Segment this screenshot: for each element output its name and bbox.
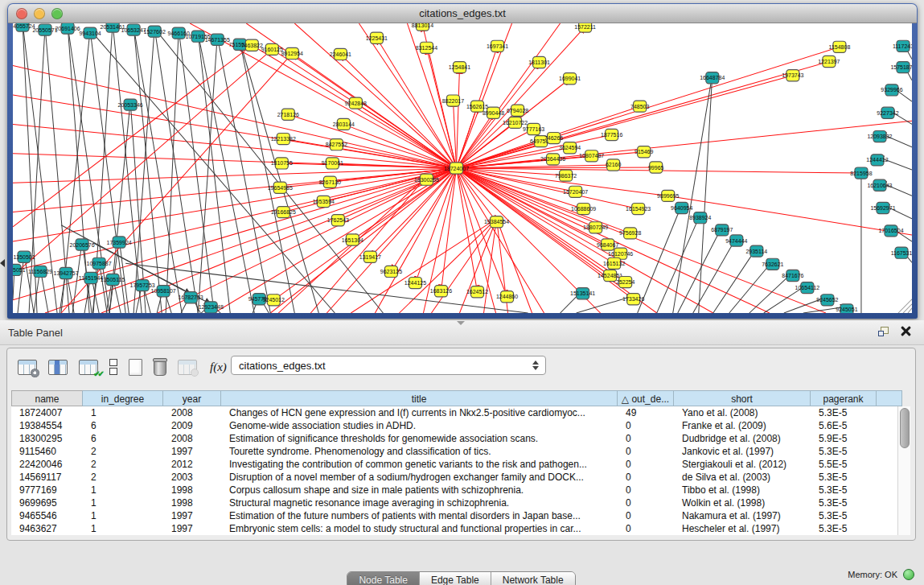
network-graph[interactable]: 1405572420550571206914069943104205314611… [13,23,912,313]
graph-edge[interactable] [713,248,757,313]
table-row[interactable]: 969969511998Structural magnetic resonanc… [11,496,902,509]
graph-edge[interactable] [431,219,496,313]
table-cell[interactable]: 9699695 [11,496,83,509]
graph-edge[interactable] [441,168,456,291]
table-cell[interactable]: Nakamura et al. (1997) [674,509,811,522]
import-table-icon[interactable] [178,360,197,375]
table-cell[interactable]: 9463627 [11,522,83,535]
table-cell[interactable]: 0 [618,419,674,432]
table-cell[interactable]: 5.9E-5 [811,432,877,445]
table-cell[interactable]: Embryonic stem cells: a model to study s… [221,522,618,535]
graph-edge[interactable] [13,49,272,275]
table-cell[interactable]: 5.3E-5 [811,522,877,535]
hide-panel-arrow-icon[interactable] [0,259,5,267]
table-cell[interactable]: 2008 [163,432,221,445]
table-cell[interactable]: 1997 [163,522,221,535]
column-header-title[interactable]: title [221,390,618,406]
graph-edge[interactable] [125,263,528,313]
function-builder-icon[interactable]: f(x) [210,360,227,374]
table-cell[interactable]: 2 [83,458,163,471]
new-document-icon[interactable] [129,359,142,376]
table-cell[interactable]: 0 [618,445,674,458]
graph-edge[interactable] [90,30,125,313]
table-row[interactable]: 1830029562008Estimation of significance … [11,432,902,445]
table-cell[interactable]: 9465546 [11,509,83,522]
graph-edge[interactable] [154,28,198,313]
table-row[interactable]: 1456911722003Disruption of a novel membe… [11,471,902,484]
table-cell[interactable]: 5.3E-5 [811,445,877,458]
table-cell[interactable]: 1997 [163,509,221,522]
graph-edge[interactable] [456,168,614,263]
table-cell[interactable]: Wolkin et al. (1998) [674,496,811,509]
table-cell[interactable]: 0 [618,509,674,522]
table-source-select[interactable]: citations_edges.txt [231,356,546,375]
table-cell[interactable]: 2008 [163,406,221,419]
table-cell[interactable]: Estimation of significance thresholds fo… [221,432,618,445]
table-cell[interactable]: 1 [83,484,163,496]
table-cell[interactable]: 2009 [163,419,221,432]
graph-edge[interactable] [13,168,456,212]
table-cell[interactable]: 18724007 [11,406,83,419]
table-cell[interactable]: 0 [618,522,674,535]
graph-edge[interactable] [133,28,154,313]
table-cell[interactable]: Franke et al. (2009) [674,419,811,432]
table-settings-icon[interactable] [18,360,37,375]
table-cell[interactable]: Tibbo et al. (1998) [674,484,811,496]
graph-edge[interactable] [699,75,713,313]
table-cell[interactable]: 1998 [163,496,221,509]
graph-edge[interactable] [456,68,459,168]
table-row[interactable]: 2242004622012Investigating the contribut… [11,458,902,471]
table-cell[interactable]: 9115460 [11,445,83,458]
table-cell[interactable]: 14569117 [11,471,83,484]
graph-edge[interactable] [456,168,507,297]
column-header-year[interactable]: year [163,390,221,406]
delete-table-icon[interactable] [154,360,166,376]
column-header-in_degree[interactable]: in_degree [83,390,163,406]
panel-drag-handle[interactable] [457,321,465,325]
table-cell[interactable]: 1 [83,496,163,509]
table-cell[interactable]: 6 [83,419,163,432]
table-cell[interactable]: 2003 [163,471,221,484]
graph-edge[interactable] [459,219,496,313]
table-cell[interactable]: 0 [618,484,674,496]
column-header-name[interactable]: name [11,390,83,406]
table-cell[interactable]: 0 [618,458,674,471]
column-header-short[interactable]: short [674,390,811,406]
tab-edge-table[interactable]: Edge Table [419,572,491,585]
table-row[interactable]: 1938455462009Genome-wide association stu… [11,419,902,432]
table-cell[interactable]: 1998 [163,484,221,496]
table-cell[interactable]: Tourette syndrome. Phenomenology and cla… [221,445,618,458]
table-cell[interactable]: 0 [618,432,674,445]
table-cell[interactable]: Structural magnetic resonance image aver… [221,496,618,509]
graph-edge[interactable] [61,225,191,295]
table-cell[interactable]: Corpus callosum shape and size in male p… [221,484,618,496]
table-row[interactable]: 911546021997Tourette syndrome. Phenomeno… [11,445,902,458]
table-cell[interactable]: 1 [83,509,163,522]
scrollbar-thumb[interactable] [900,408,910,448]
table-cell[interactable]: Hescheler et al. (1997) [674,522,811,535]
graph-edge[interactable] [240,41,318,313]
table-cell[interactable]: 9777169 [11,484,83,496]
show-columns-icon[interactable] [48,360,68,375]
graph-edge[interactable] [292,53,456,168]
table-cell[interactable]: 5.5E-5 [811,458,877,471]
table-cell[interactable]: 22420046 [11,458,83,471]
table-cell[interactable]: Disruption of a novel member of a sodium… [221,471,618,484]
merge-tables-icon[interactable] [109,359,117,375]
float-panel-icon[interactable] [878,327,889,336]
graph-edge[interactable] [13,66,456,168]
graph-edge[interactable] [13,124,456,168]
window-resize-grip[interactable] [898,299,912,313]
table-cell[interactable]: 0 [618,471,674,484]
window-titlebar[interactable]: citations_edges.txt [8,4,917,23]
table-cell[interactable]: de Silva et al. (2003) [674,471,811,484]
tab-network-table[interactable]: Network Table [491,572,575,585]
graph-edge[interactable] [456,168,630,233]
column-header-pagerank[interactable]: pagerank [811,390,877,406]
tab-node-table[interactable]: Node Table [347,572,419,585]
table-row[interactable]: 1872400712008Changes of HCN gene express… [11,406,902,419]
table-cell[interactable]: Dudbridge et al. (2008) [674,432,811,445]
table-cell[interactable]: 5.3E-5 [811,484,877,496]
memory-status-icon[interactable] [903,569,914,580]
table-cell[interactable]: Estimation of the future numbers of pati… [221,509,618,522]
